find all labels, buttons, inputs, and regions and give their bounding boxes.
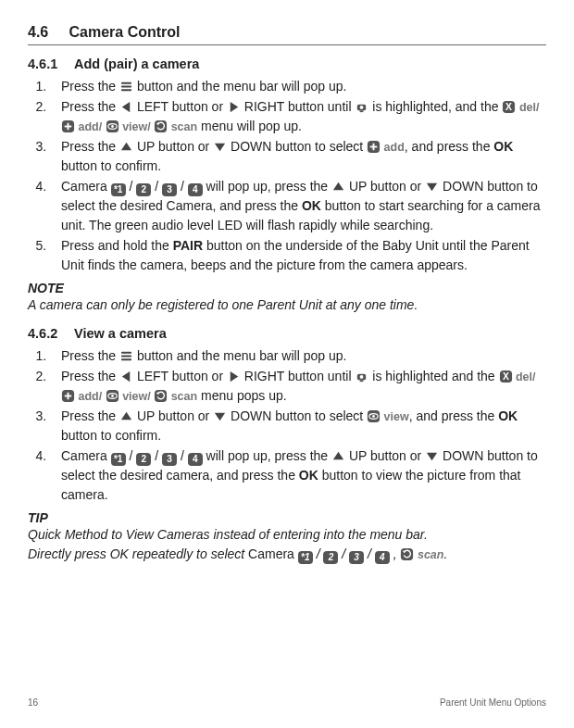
subsection-title: Add (pair) a camera — [74, 56, 199, 71]
svg-point-47 — [372, 415, 375, 418]
down-icon — [213, 140, 227, 154]
cycle-icon — [400, 547, 414, 561]
svg-marker-28 — [122, 371, 130, 382]
icon-caption: add/ — [75, 390, 106, 403]
svg-rect-27 — [121, 358, 131, 360]
svg-marker-29 — [231, 371, 238, 382]
icon-caption: view/ — [119, 120, 155, 133]
svg-marker-18 — [121, 143, 131, 150]
icon-caption: del/ — [513, 370, 536, 383]
eye-icon — [367, 409, 381, 423]
camera-number-badge: 4 — [375, 551, 390, 564]
menu-icon — [119, 80, 133, 94]
camera-number-badge: *1 — [111, 183, 126, 196]
footer-label: Parent Unit Menu Options — [440, 697, 546, 708]
step-item: Camera *1 / 2 / 3 / 4 will pop up, press… — [50, 177, 546, 235]
icon-caption: view — [381, 410, 409, 423]
svg-rect-37 — [65, 395, 72, 397]
svg-marker-48 — [333, 452, 343, 459]
svg-marker-23 — [333, 182, 343, 190]
ok-button-label: OK — [498, 408, 518, 423]
menu-icon — [119, 349, 133, 363]
subsection-title: View a camera — [74, 326, 167, 341]
up-icon — [331, 449, 345, 463]
svg-marker-4 — [231, 102, 238, 112]
svg-marker-24 — [427, 183, 437, 191]
icon-caption: view/ — [119, 390, 155, 403]
eye-icon — [106, 119, 119, 133]
svg-marker-43 — [121, 412, 131, 420]
roman-text: Camera — [248, 546, 298, 561]
camera-number-badge: 2 — [323, 551, 338, 564]
svg-rect-0 — [121, 82, 131, 84]
camera-number-badge: 4 — [188, 453, 203, 466]
svg-point-40 — [111, 395, 114, 397]
svg-rect-2 — [121, 89, 131, 91]
footer: 16 Parent Unit Menu Options — [28, 697, 546, 708]
svg-point-6 — [360, 106, 364, 109]
icon-caption: scan — [168, 120, 197, 133]
down-icon — [425, 180, 439, 194]
ok-button-label: OK — [493, 139, 513, 154]
step-item: Press the UP button or DOWN button to se… — [50, 407, 546, 446]
x-icon: X — [499, 370, 513, 383]
up-icon — [331, 180, 345, 194]
cycle-icon — [154, 389, 168, 403]
svg-text:X: X — [503, 371, 509, 382]
cam-icon — [355, 100, 368, 114]
svg-rect-12 — [65, 126, 72, 128]
left-icon — [119, 100, 133, 114]
step-list: Press the button and the menu bar will p… — [28, 346, 546, 505]
camera-number-badge: 4 — [188, 183, 203, 196]
note-text: A camera can only be registered to one P… — [28, 295, 546, 315]
bold-text: PAIR — [173, 238, 203, 253]
icon-caption: add — [381, 141, 405, 154]
svg-text:X: X — [505, 102, 512, 112]
step-item: Press and hold the PAIR button on the un… — [50, 236, 546, 275]
svg-rect-22 — [370, 146, 378, 148]
ok-button-label: OK — [299, 468, 318, 483]
step-item: Press the LEFT button or RIGHT button un… — [50, 367, 546, 406]
svg-rect-32 — [360, 380, 364, 382]
step-item: Camera *1 / 2 / 3 / 4 will pop up, press… — [50, 446, 546, 505]
cycle-icon — [154, 119, 168, 133]
plus-icon — [61, 389, 75, 403]
camera-number-badge: 3 — [349, 551, 364, 564]
svg-marker-44 — [215, 413, 225, 420]
svg-point-31 — [360, 375, 364, 379]
camera-number-badge: 2 — [136, 183, 151, 196]
icon-caption: scan — [414, 548, 443, 561]
camera-number-badge: 3 — [162, 183, 177, 196]
eye-icon — [106, 389, 119, 403]
subsection-heading: 4.6.1Add (pair) a camera — [28, 56, 546, 71]
x-icon: X — [502, 100, 516, 114]
camera-number-badge: *1 — [298, 551, 313, 564]
tip-label: TIP — [28, 510, 546, 525]
icon-caption: add/ — [75, 120, 106, 133]
note-label: NOTE — [28, 281, 546, 295]
svg-marker-3 — [122, 102, 130, 112]
camera-number-badge: 2 — [136, 453, 151, 466]
svg-point-15 — [111, 125, 114, 128]
left-icon — [119, 370, 133, 383]
tip-text: Quick Method to View Cameras instead of … — [28, 525, 546, 564]
subsection-number: 4.6.1 — [28, 56, 74, 71]
svg-rect-25 — [121, 352, 131, 354]
camera-number-badge: *1 — [111, 453, 126, 466]
step-item: Press the button and the menu bar will p… — [50, 77, 546, 96]
down-icon — [213, 409, 227, 423]
svg-marker-19 — [215, 144, 225, 151]
step-item: Press the LEFT button or RIGHT button un… — [50, 97, 546, 136]
svg-rect-26 — [121, 356, 131, 358]
down-icon — [425, 449, 439, 463]
ok-button-label: OK — [302, 198, 321, 213]
plus-icon — [61, 119, 75, 133]
right-icon — [227, 100, 241, 114]
subsection-number: 4.6.2 — [28, 326, 74, 341]
svg-rect-7 — [360, 110, 364, 112]
subsection-heading: 4.6.2View a camera — [28, 326, 546, 341]
page-number: 16 — [28, 697, 38, 708]
camera-number-badge: 3 — [162, 453, 177, 466]
step-item: Press the UP button or DOWN button to se… — [50, 137, 546, 176]
icon-caption: del/ — [516, 101, 539, 114]
